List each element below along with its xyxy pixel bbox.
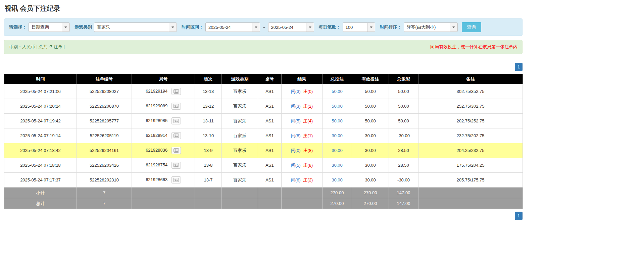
cell-time: 2025-05-24 07:20:24 (4, 99, 77, 114)
video-replay-icon[interactable] (171, 117, 181, 124)
game-type-input[interactable] (94, 23, 169, 32)
sort-order-input[interactable] (404, 23, 450, 32)
page-size-input[interactable] (343, 23, 367, 32)
cell-bet-id: 522526206870 (77, 99, 132, 114)
query-type-input[interactable] (29, 23, 62, 32)
cell-total-bet: 30.00 (323, 173, 352, 187)
cell-round: 621928985 (132, 114, 195, 128)
cell-remark: 232.75/202.75 (418, 128, 523, 143)
result-banker: 庄(2) (303, 104, 313, 109)
cell-result: 闲(5) 庄(4) (282, 114, 323, 128)
result-player: 闲(3) (291, 89, 301, 94)
table-row: 2025-05-24 07:20:24 522526206870 6219290… (4, 99, 523, 114)
chevron-down-icon[interactable] (252, 23, 260, 32)
cell-remark: 302.75/352.75 (418, 84, 523, 99)
time-range-label: 时间区间： (182, 24, 203, 30)
video-replay-icon[interactable] (171, 103, 181, 110)
subtotal-valid-bet: 270.00 (352, 187, 389, 198)
cell-game: 百家乐 (222, 143, 258, 158)
chevron-down-icon[interactable] (169, 23, 177, 32)
game-type-label: 游戏类别 (75, 24, 92, 30)
cell-table: AS1 (258, 99, 282, 114)
page-size-combobox[interactable] (343, 22, 375, 32)
summary-empty-cell (418, 187, 523, 198)
cell-bet-id: 522526202310 (77, 173, 132, 187)
result-player: 闲(8) (291, 133, 301, 138)
col-header-payout: 总派彩 (389, 74, 418, 84)
cell-bet-id: 522526205777 (77, 114, 132, 128)
summary-empty-cell (222, 187, 258, 198)
cell-remark: 252.75/302.75 (418, 99, 523, 114)
table-row: 2025-05-24 07:21:06 522526208027 6219291… (4, 84, 523, 99)
cell-valid-bet: 30.00 (352, 128, 389, 143)
chevron-down-icon[interactable] (306, 23, 314, 32)
sort-order-combobox[interactable] (404, 22, 458, 32)
cell-bet-id: 522526208027 (77, 84, 132, 99)
query-type-label: 请选择： (9, 24, 27, 30)
cell-result: 闲(8) 庄(1) (282, 128, 323, 143)
cell-game: 百家乐 (222, 114, 258, 128)
date-from-input[interactable] (206, 23, 252, 32)
cell-remark: 175.75/204.25 (418, 158, 523, 173)
round-id: 621929089 (146, 103, 167, 108)
cell-result: 闲(3) 庄(2) (282, 99, 323, 114)
cell-total-bet: 50.00 (323, 84, 352, 99)
subtotal-row: 小计 7 270.00 270.00 147.00 (4, 187, 523, 198)
cell-time: 2025-05-24 07:18:18 (4, 158, 77, 173)
summary-empty-cell (132, 187, 195, 198)
cell-bet-id: 522526204161 (77, 143, 132, 158)
date-to-input[interactable] (268, 23, 306, 32)
date-from-combobox[interactable] (205, 22, 260, 32)
cell-table: AS1 (258, 158, 282, 173)
result-player: 闲(5) (291, 118, 301, 123)
total-bet-link[interactable]: 50.00 (332, 104, 343, 109)
table-row: 2025-05-24 07:18:42 522526204161 6219288… (4, 143, 523, 158)
total-bet-link[interactable]: 30.00 (332, 133, 343, 138)
info-bar: 币别：人民币 | 总共 :7 注单 | 同局有效投注，统一计算在该局第一张注单内 (4, 40, 523, 54)
page-1-button[interactable]: 1 (515, 63, 523, 71)
chevron-down-icon[interactable] (62, 23, 69, 32)
cell-remark: 204.25/232.75 (418, 143, 523, 158)
video-replay-icon[interactable] (171, 162, 181, 169)
total-bet-link[interactable]: 30.00 (332, 177, 343, 182)
chevron-down-icon[interactable] (367, 23, 375, 32)
cell-time: 2025-05-24 07:17:37 (4, 173, 77, 187)
page-size-label: 每页笔数： (319, 24, 341, 30)
summary-empty-cell (418, 198, 523, 209)
cell-session: 13-9 (195, 143, 222, 158)
cell-time: 2025-05-24 07:21:06 (4, 84, 77, 99)
result-banker: 庄(4) (303, 118, 313, 123)
cell-valid-bet: 30.00 (352, 173, 389, 187)
table-row: 2025-05-24 07:18:18 522526203426 6219287… (4, 158, 523, 173)
filter-bar: 请选择： 游戏类别 时间区间： ~ 每页笔数： 时间排序： (4, 18, 523, 36)
result-banker: 庄(8) (303, 148, 313, 153)
total-bet-link[interactable]: 30.00 (332, 163, 343, 168)
cell-table: AS1 (258, 84, 282, 99)
video-replay-icon[interactable] (171, 176, 181, 183)
table-row: 2025-05-24 07:19:14 522526205119 6219289… (4, 128, 523, 143)
total-bet-link[interactable]: 50.00 (332, 118, 343, 123)
total-bet-link[interactable]: 30.00 (332, 148, 343, 153)
col-header-result: 结果 (282, 74, 323, 84)
page-1-button[interactable]: 1 (515, 212, 523, 220)
total-bet-link[interactable]: 50.00 (332, 89, 343, 94)
date-to-combobox[interactable] (268, 22, 314, 32)
game-type-combobox[interactable] (94, 22, 177, 32)
cell-round: 621929194 (132, 84, 195, 99)
search-button[interactable]: 查询 (462, 22, 481, 32)
video-replay-icon[interactable] (171, 147, 181, 154)
cell-table: AS1 (258, 128, 282, 143)
round-id: 621928914 (146, 133, 167, 138)
cell-time: 2025-05-24 07:19:42 (4, 114, 77, 128)
chevron-down-icon[interactable] (450, 23, 457, 32)
query-type-combobox[interactable] (29, 22, 70, 32)
video-replay-icon[interactable] (171, 132, 181, 139)
cell-game: 百家乐 (222, 84, 258, 99)
cell-total-bet: 30.00 (323, 158, 352, 173)
video-replay-icon[interactable] (171, 88, 181, 95)
cell-bet-id: 522526205119 (77, 128, 132, 143)
page-title: 视讯 会员下注纪录 (5, 4, 519, 13)
result-banker: 庄(2) (303, 177, 313, 182)
pagination-bottom: 1 (4, 212, 523, 220)
col-header-remark: 备注 (418, 74, 523, 84)
